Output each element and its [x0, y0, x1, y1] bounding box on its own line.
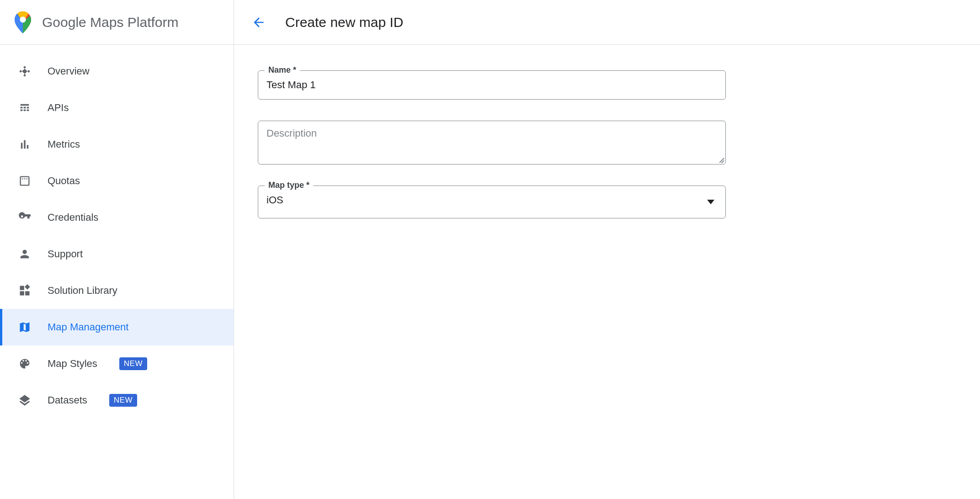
name-field-container: Name *	[258, 70, 726, 100]
sidebar-item-label: Quotas	[48, 175, 80, 187]
layers-icon	[18, 394, 31, 407]
widgets-icon	[18, 284, 31, 297]
metrics-icon	[18, 138, 31, 151]
arrow-left-icon	[251, 15, 266, 30]
sidebar-item-solution-library[interactable]: Solution Library	[0, 272, 234, 309]
name-label: Name *	[265, 65, 300, 75]
map-type-field-container[interactable]: Map type *	[258, 186, 726, 218]
person-icon	[18, 248, 31, 260]
new-badge: NEW	[119, 357, 147, 370]
map-icon	[18, 321, 31, 334]
sidebar-item-support[interactable]: Support	[0, 236, 234, 272]
sidebar-item-label: Credentials	[48, 212, 98, 223]
brand-title: Google Maps Platform	[42, 15, 178, 30]
key-icon	[18, 211, 31, 224]
sidebar-item-label: Overview	[48, 65, 90, 77]
sidebar-item-datasets[interactable]: Datasets NEW	[0, 382, 234, 419]
new-badge: NEW	[109, 394, 137, 407]
sidebar-item-credentials[interactable]: Credentials	[0, 199, 234, 236]
name-input[interactable]	[258, 71, 725, 99]
google-maps-pin-icon	[15, 11, 31, 33]
sidebar-item-label: Map Styles	[48, 358, 97, 370]
description-input[interactable]	[258, 121, 725, 164]
page-title: Create new map ID	[285, 15, 403, 30]
sidebar-item-map-management[interactable]: Map Management	[0, 309, 234, 345]
main-header: Create new map ID	[234, 0, 980, 45]
form-area: Name * Map type *	[234, 45, 980, 244]
main-content: Create new map ID Name * Map type *	[234, 0, 980, 499]
svg-point-3	[20, 16, 26, 22]
sidebar-item-label: Map Management	[48, 321, 128, 333]
map-type-select[interactable]	[258, 186, 725, 214]
sidebar-item-label: Solution Library	[48, 285, 117, 297]
sidebar-item-overview[interactable]: Overview	[0, 53, 234, 90]
sidebar-header: Google Maps Platform	[0, 0, 234, 45]
sidebar-item-map-styles[interactable]: Map Styles NEW	[0, 345, 234, 382]
sidebar-item-label: Metrics	[48, 138, 80, 150]
sidebar-item-quotas[interactable]: Quotas	[0, 163, 234, 199]
palette-icon	[18, 357, 31, 370]
quotas-icon	[18, 175, 31, 187]
back-button[interactable]	[250, 14, 267, 31]
overview-icon	[18, 65, 31, 78]
sidebar: Google Maps Platform Overview APIs Metri…	[0, 0, 234, 499]
sidebar-item-apis[interactable]: APIs	[0, 90, 234, 126]
description-field-container	[258, 121, 726, 165]
sidebar-item-metrics[interactable]: Metrics	[0, 126, 234, 163]
map-type-label: Map type *	[265, 180, 313, 190]
sidebar-item-label: APIs	[48, 102, 69, 114]
sidebar-nav: Overview APIs Metrics Quotas	[0, 45, 234, 419]
sidebar-item-label: Support	[48, 248, 83, 260]
sidebar-item-label: Datasets	[48, 394, 87, 406]
apis-icon	[18, 101, 31, 114]
